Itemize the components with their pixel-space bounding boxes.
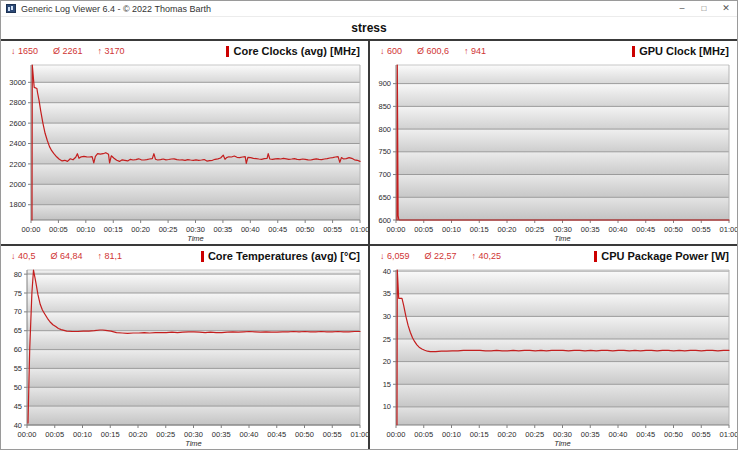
svg-text:30: 30 bbox=[383, 312, 391, 321]
stat-max: ↑ 3170 bbox=[98, 46, 125, 56]
svg-text:00:10: 00:10 bbox=[73, 430, 92, 439]
chart-title-row: GPU Clock [MHz] bbox=[632, 45, 729, 57]
svg-text:00:00: 00:00 bbox=[22, 225, 41, 234]
svg-text:00:10: 00:10 bbox=[442, 225, 461, 234]
stat-min: ↓ 40,5 bbox=[11, 251, 36, 261]
svg-text:00:35: 00:35 bbox=[581, 225, 600, 234]
title-bar: Generic Log Viewer 6.4 - © 2022 Thomas B… bbox=[1, 1, 737, 17]
svg-text:00:50: 00:50 bbox=[664, 225, 683, 234]
chart-title: GPU Clock [MHz] bbox=[639, 45, 729, 57]
svg-text:00:15: 00:15 bbox=[470, 225, 489, 234]
svg-text:750: 750 bbox=[378, 147, 391, 156]
svg-text:2400: 2400 bbox=[9, 139, 26, 148]
svg-text:00:30: 00:30 bbox=[186, 225, 205, 234]
svg-text:00:55: 00:55 bbox=[323, 225, 342, 234]
svg-text:00:20: 00:20 bbox=[498, 430, 517, 439]
svg-text:45: 45 bbox=[14, 402, 22, 411]
svg-text:00:35: 00:35 bbox=[214, 225, 233, 234]
series-color-bar bbox=[632, 46, 635, 57]
stat-avg: Ø 2261 bbox=[53, 46, 83, 56]
series-color-bar bbox=[594, 251, 597, 262]
stat-avg: Ø 64,84 bbox=[51, 251, 83, 261]
app-icon bbox=[6, 4, 16, 13]
svg-text:65: 65 bbox=[14, 326, 22, 335]
stat-avg: Ø 600,6 bbox=[417, 46, 449, 56]
svg-text:700: 700 bbox=[378, 170, 391, 179]
stat-max: ↑ 81,1 bbox=[98, 251, 123, 261]
svg-text:650: 650 bbox=[378, 193, 391, 202]
svg-text:50: 50 bbox=[14, 383, 22, 392]
svg-text:00:10: 00:10 bbox=[442, 430, 461, 439]
svg-text:00:50: 00:50 bbox=[664, 430, 683, 439]
svg-text:00:40: 00:40 bbox=[240, 430, 259, 439]
svg-text:00:20: 00:20 bbox=[498, 225, 517, 234]
svg-text:Time: Time bbox=[554, 234, 571, 243]
svg-text:00:30: 00:30 bbox=[553, 225, 572, 234]
svg-text:75: 75 bbox=[14, 289, 22, 298]
chart-title: Core Clocks (avg) [MHz] bbox=[233, 45, 360, 57]
svg-text:00:15: 00:15 bbox=[104, 225, 123, 234]
svg-text:2200: 2200 bbox=[9, 160, 26, 169]
app-window: Generic Log Viewer 6.4 - © 2022 Thomas B… bbox=[0, 0, 738, 450]
chart-stats: ↓ 1650 Ø 2261 ↑ 3170 bbox=[11, 46, 125, 56]
svg-text:00:20: 00:20 bbox=[129, 430, 148, 439]
svg-text:3000: 3000 bbox=[9, 78, 26, 87]
svg-text:00:00: 00:00 bbox=[387, 430, 406, 439]
gpu-clock-plot[interactable]: 60065070075080085090000:0000:0500:1000:1… bbox=[370, 61, 737, 244]
svg-text:00:40: 00:40 bbox=[609, 225, 628, 234]
maximize-button[interactable]: □ bbox=[693, 1, 715, 16]
svg-text:00:45: 00:45 bbox=[267, 430, 286, 439]
svg-text:00:25: 00:25 bbox=[159, 225, 178, 234]
svg-text:01:00: 01:00 bbox=[351, 225, 368, 234]
svg-text:35: 35 bbox=[383, 289, 391, 298]
svg-text:00:00: 00:00 bbox=[18, 430, 37, 439]
svg-text:00:15: 00:15 bbox=[470, 430, 489, 439]
svg-text:00:05: 00:05 bbox=[45, 430, 64, 439]
svg-text:00:55: 00:55 bbox=[692, 225, 711, 234]
svg-text:00:00: 00:00 bbox=[387, 225, 406, 234]
svg-text:00:10: 00:10 bbox=[76, 225, 95, 234]
svg-text:70: 70 bbox=[14, 307, 22, 316]
svg-text:00:35: 00:35 bbox=[581, 430, 600, 439]
core-clocks-plot[interactable]: 180020002200240026002800300000:0000:0500… bbox=[1, 61, 368, 244]
stat-max: ↑ 941 bbox=[464, 46, 486, 56]
svg-text:10: 10 bbox=[383, 402, 391, 411]
chart-title-row: Core Clocks (avg) [MHz] bbox=[226, 45, 360, 57]
chart-title: Core Temperatures (avg) [°C] bbox=[208, 250, 360, 262]
svg-text:40: 40 bbox=[383, 267, 391, 276]
chart-stats: ↓ 40,5 Ø 64,84 ↑ 81,1 bbox=[11, 251, 122, 261]
stat-min: ↓ 600 bbox=[380, 46, 402, 56]
svg-text:00:20: 00:20 bbox=[131, 225, 150, 234]
core-temperatures-plot[interactable]: 40455055606570758000:0000:0500:1000:1500… bbox=[1, 266, 368, 449]
svg-text:00:05: 00:05 bbox=[414, 225, 433, 234]
svg-text:Time: Time bbox=[187, 234, 204, 243]
stat-min: ↓ 1650 bbox=[11, 46, 38, 56]
series-color-bar bbox=[226, 46, 229, 57]
svg-text:00:30: 00:30 bbox=[184, 430, 203, 439]
cpu-package-power-plot[interactable]: 1015202530354000:0000:0500:1000:1500:200… bbox=[370, 266, 737, 449]
svg-text:00:25: 00:25 bbox=[156, 430, 175, 439]
svg-text:00:55: 00:55 bbox=[323, 430, 342, 439]
chart-title: CPU Package Power [W] bbox=[601, 250, 729, 262]
close-button[interactable]: ✕ bbox=[715, 1, 737, 16]
svg-text:Time: Time bbox=[185, 439, 202, 448]
svg-text:2000: 2000 bbox=[9, 180, 26, 189]
minimize-button[interactable]: – bbox=[671, 1, 693, 16]
chart-title-row: CPU Package Power [W] bbox=[594, 250, 729, 262]
svg-text:00:55: 00:55 bbox=[692, 430, 711, 439]
svg-text:40: 40 bbox=[14, 421, 22, 430]
svg-text:00:40: 00:40 bbox=[609, 430, 628, 439]
stat-max: ↑ 40,25 bbox=[472, 251, 502, 261]
svg-text:25: 25 bbox=[383, 335, 391, 344]
stat-avg: Ø 22,57 bbox=[425, 251, 457, 261]
svg-text:00:40: 00:40 bbox=[241, 225, 260, 234]
svg-text:00:05: 00:05 bbox=[414, 430, 433, 439]
svg-text:800: 800 bbox=[378, 125, 391, 134]
window-title: Generic Log Viewer 6.4 - © 2022 Thomas B… bbox=[21, 4, 211, 14]
svg-text:600: 600 bbox=[378, 216, 391, 225]
svg-text:01:00: 01:00 bbox=[720, 225, 737, 234]
svg-text:60: 60 bbox=[14, 345, 22, 354]
svg-text:00:25: 00:25 bbox=[525, 225, 544, 234]
window-controls: – □ ✕ bbox=[671, 1, 737, 16]
svg-text:00:05: 00:05 bbox=[49, 225, 68, 234]
